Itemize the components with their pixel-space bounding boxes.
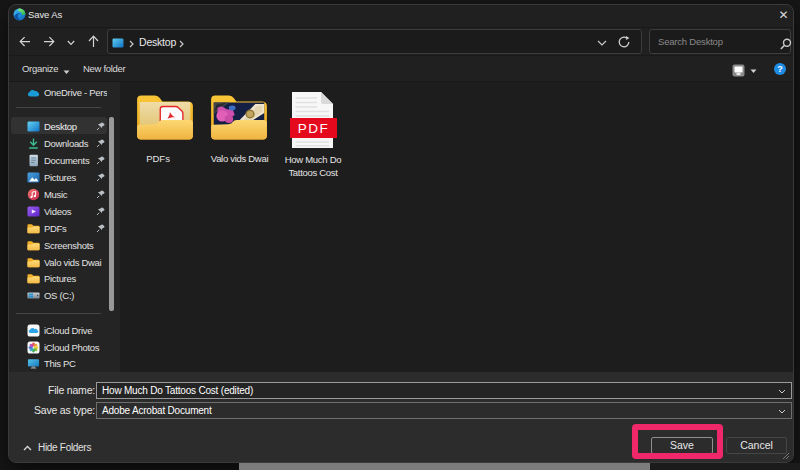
svg-text:PDF: PDF	[298, 121, 330, 136]
